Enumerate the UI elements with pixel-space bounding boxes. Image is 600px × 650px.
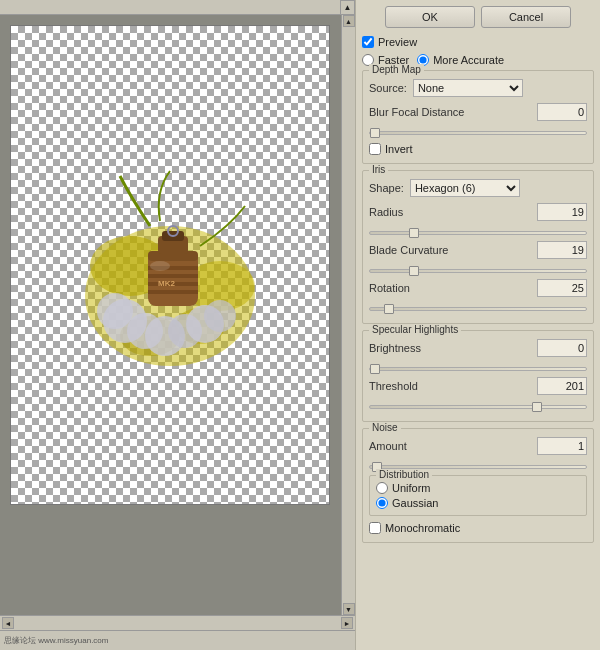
- brightness-input[interactable]: [537, 339, 587, 357]
- monochromatic-row: Monochromatic: [369, 520, 587, 536]
- uniform-label: Uniform: [392, 482, 431, 494]
- svg-point-22: [150, 261, 170, 271]
- blur-focal-distance-row: Blur Focal Distance: [369, 103, 587, 121]
- monochromatic-checkbox[interactable]: [369, 522, 381, 534]
- rotation-label: Rotation: [369, 282, 410, 294]
- gaussian-radio[interactable]: [376, 497, 388, 509]
- distribution-label: Distribution: [376, 469, 432, 480]
- threshold-slider[interactable]: [369, 405, 587, 409]
- threshold-row: Threshold: [369, 377, 587, 395]
- noise-amount-label: Amount: [369, 440, 407, 452]
- invert-label: Invert: [385, 143, 413, 155]
- scroll-up-arrow[interactable]: ▲: [340, 0, 355, 15]
- canvas-inner: MK2: [10, 25, 330, 505]
- blade-curvature-slider[interactable]: [369, 269, 587, 273]
- invert-row: Invert: [369, 141, 587, 157]
- blur-focal-distance-input[interactable]: [537, 103, 587, 121]
- watermark-text: 思缘论坛 www.missyuan.com: [4, 635, 108, 646]
- right-panel: OK Cancel Preview Faster More Accurate D…: [355, 0, 600, 650]
- distribution-group: Distribution Uniform Gaussian: [369, 475, 587, 516]
- blade-curvature-input[interactable]: [537, 241, 587, 259]
- bottom-bar: 思缘论坛 www.missyuan.com: [0, 630, 355, 650]
- blur-focal-distance-slider-row: [369, 125, 587, 137]
- preview-label: Preview: [378, 36, 417, 48]
- uniform-radio-row: Uniform: [376, 482, 580, 494]
- rotation-slider[interactable]: [369, 307, 587, 311]
- noise-amount-row: Amount: [369, 437, 587, 455]
- iris-group: Iris Shape: Hexagon (6) Radius Blade Cur…: [362, 170, 594, 324]
- blur-focal-distance-slider[interactable]: [369, 131, 587, 135]
- brightness-slider[interactable]: [369, 367, 587, 371]
- cancel-button[interactable]: Cancel: [481, 6, 571, 28]
- vertical-scrollbar[interactable]: ▲ ▼: [341, 15, 355, 615]
- radius-input[interactable]: [537, 203, 587, 221]
- blur-focal-distance-label: Blur Focal Distance: [369, 106, 464, 118]
- uniform-radio[interactable]: [376, 482, 388, 494]
- more-accurate-label: More Accurate: [433, 54, 504, 66]
- depth-map-group: Depth Map Source: None Blur Focal Distan…: [362, 70, 594, 164]
- shape-select[interactable]: Hexagon (6): [410, 179, 520, 197]
- more-accurate-radio-row: More Accurate: [417, 54, 504, 66]
- rotation-input[interactable]: [537, 279, 587, 297]
- canvas-area: ▲: [0, 0, 355, 650]
- gaussian-label: Gaussian: [392, 497, 438, 509]
- shape-label: Shape:: [369, 182, 404, 194]
- source-select[interactable]: None: [413, 79, 523, 97]
- svg-rect-15: [148, 274, 198, 278]
- radius-slider[interactable]: [369, 231, 587, 235]
- brightness-slider-row: [369, 361, 587, 373]
- rotation-row: Rotation: [369, 279, 587, 297]
- radius-row: Radius: [369, 203, 587, 221]
- invert-checkbox[interactable]: [369, 143, 381, 155]
- source-row: Source: None: [369, 79, 587, 97]
- noise-amount-input[interactable]: [537, 437, 587, 455]
- monochromatic-label: Monochromatic: [385, 522, 460, 534]
- threshold-label: Threshold: [369, 380, 418, 392]
- svg-point-11: [97, 293, 133, 329]
- noise-group: Noise Amount Distribution Uniform Gaussi…: [362, 428, 594, 543]
- blade-curvature-row: Blade Curvature: [369, 241, 587, 259]
- scroll-left-btn[interactable]: ◄: [2, 617, 14, 629]
- radius-label: Radius: [369, 206, 403, 218]
- scroll-down-btn[interactable]: ▼: [343, 603, 355, 615]
- scroll-right-btn[interactable]: ►: [341, 617, 353, 629]
- blade-curvature-label: Blade Curvature: [369, 244, 449, 256]
- canvas-content: MK2 ▲ ▼: [0, 15, 355, 615]
- preview-checkbox[interactable]: [362, 36, 374, 48]
- threshold-input[interactable]: [537, 377, 587, 395]
- canvas-image: MK2: [70, 166, 270, 386]
- gaussian-radio-row: Gaussian: [376, 497, 580, 509]
- svg-text:MK2: MK2: [158, 279, 175, 288]
- radius-slider-row: [369, 225, 587, 237]
- shape-row: Shape: Hexagon (6): [369, 179, 587, 197]
- blade-curvature-slider-row: [369, 263, 587, 275]
- iris-label: Iris: [369, 164, 388, 175]
- scroll-up-btn[interactable]: ▲: [343, 15, 355, 27]
- distribution-radio-group: Uniform Gaussian: [376, 482, 580, 509]
- threshold-slider-row: [369, 399, 587, 411]
- specular-highlights-group: Specular Highlights Brightness Threshold: [362, 330, 594, 422]
- brightness-label: Brightness: [369, 342, 421, 354]
- brightness-row: Brightness: [369, 339, 587, 357]
- svg-point-10: [204, 300, 236, 332]
- rotation-slider-row: [369, 301, 587, 313]
- button-row: OK Cancel: [362, 6, 594, 28]
- canvas-bottom-scrollbar: ◄ ►: [0, 615, 355, 630]
- noise-label: Noise: [369, 422, 401, 433]
- depth-map-label: Depth Map: [369, 64, 424, 75]
- scroll-top-bar: ▲: [0, 0, 355, 15]
- source-label: Source:: [369, 82, 407, 94]
- svg-rect-17: [148, 290, 198, 294]
- ok-button[interactable]: OK: [385, 6, 475, 28]
- preview-row: Preview: [362, 34, 594, 50]
- specular-highlights-label: Specular Highlights: [369, 324, 461, 335]
